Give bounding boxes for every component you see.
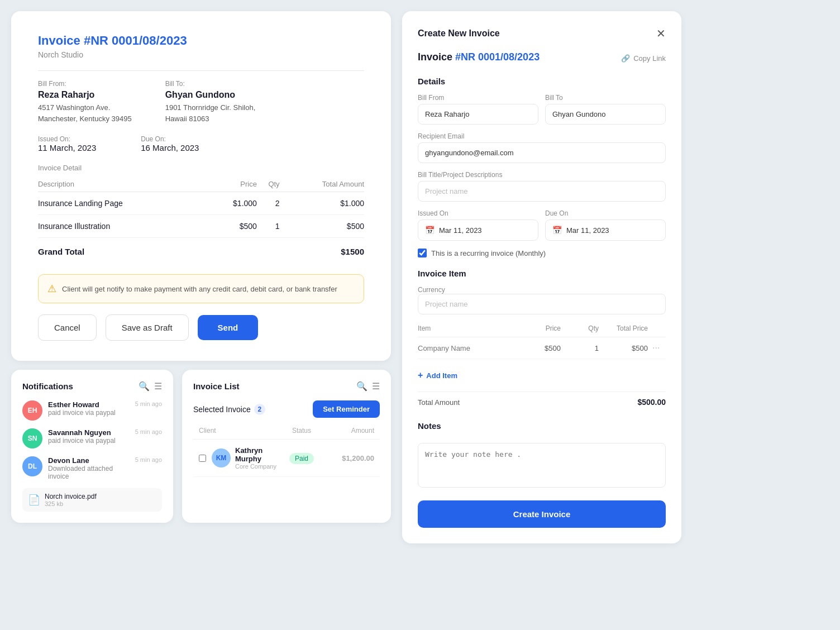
bill-to-input[interactable] [545, 104, 666, 125]
table-row: Insurance Illustration $500 1 $500 [38, 215, 364, 238]
row-checkbox[interactable] [199, 455, 206, 462]
table-row: Insurance Landing Page $1.000 2 $1.000 [38, 192, 364, 215]
selected-invoice-label: Selected Invoice 2 [193, 404, 265, 415]
bill-to-form-label: Bill To [545, 94, 666, 102]
item-name-input[interactable] [418, 344, 512, 352]
notifications-title: Notifications [22, 381, 73, 391]
bill-to-name: Ghyan Gundono [165, 90, 256, 100]
item-col-price: Price [516, 324, 561, 332]
issued-date-field[interactable] [439, 226, 531, 235]
bill-from-input[interactable] [418, 104, 538, 125]
send-button[interactable]: Send [198, 315, 259, 340]
grand-total-value: $1500 [280, 238, 364, 264]
panel-invoice-number: Invoice #NR 0001/08/2023 [418, 51, 540, 63]
add-item-icon: + [418, 370, 423, 380]
bill-from-addr2: Manchester, Kentucky 39495 [38, 113, 132, 125]
bill-title-input[interactable] [418, 181, 666, 202]
bill-to-label: Bill To: [165, 80, 256, 88]
invoice-list-header: Invoice List 🔍 ☰ [193, 381, 380, 392]
notif-action: paid invoice via paypal [48, 409, 130, 417]
currency-select[interactable]: Project name [418, 294, 666, 314]
item-total: $500 [280, 215, 364, 238]
due-on-value: 16 March, 2023 [141, 143, 199, 152]
client-name: Kathryn Murphy [235, 446, 279, 463]
col-total: Total Amount [280, 176, 364, 192]
amount-value: $1,200.00 [324, 454, 374, 462]
bill-title-group: Bill Title/Project Descriptions [418, 171, 666, 202]
item-options-button[interactable]: ··· [652, 343, 666, 353]
recurring-checkbox[interactable] [418, 249, 427, 257]
notifications-header: Notifications 🔍 ☰ [22, 381, 162, 392]
item-price: $500 [516, 344, 561, 352]
studio-name: Norch Studio [38, 50, 364, 59]
invoice-table: Description Price Qty Total Amount Insur… [38, 176, 364, 263]
item-total: $1.000 [280, 192, 364, 215]
invoice-item-row: $500 1 $500 ··· [418, 337, 666, 359]
set-reminder-button[interactable]: Set Reminder [313, 400, 380, 418]
item-qty: 2 [257, 192, 280, 215]
add-item-text: Add Item [426, 371, 457, 380]
copy-link-button[interactable]: 🔗 Copy Link [621, 54, 666, 63]
recurring-checkbox-row[interactable]: This is a recurring invoice (Monthly) [418, 249, 666, 257]
save-draft-button[interactable]: Save as Draft [106, 314, 189, 341]
issued-on-date-input[interactable]: 📅 [418, 219, 538, 241]
item-total: $500 [603, 344, 648, 352]
panel-title: Create New Invoice [418, 28, 500, 39]
invoice-title: Invoice #NR 0001/08/2023 [38, 34, 364, 48]
invoice-filter-icon-button[interactable]: ☰ [372, 381, 380, 392]
bill-from-form-label: Bill From [418, 94, 538, 102]
invoice-search-icon-button[interactable]: 🔍 [356, 381, 367, 392]
selected-invoice-row: Selected Invoice 2 Set Reminder [193, 400, 380, 418]
item-qty: 1 [257, 215, 280, 238]
due-on-label: Due On: [141, 135, 199, 143]
selected-badge: 2 [254, 404, 265, 415]
invoice-list-items: KM Kathryn Murphy Core Company Paid $1,2… [193, 440, 380, 477]
issued-on-group: Issued On: 11 March, 2023 [38, 135, 96, 152]
add-item-row[interactable]: + Add Item [418, 365, 512, 386]
cancel-button[interactable]: Cancel [38, 314, 97, 341]
invoice-list-card: Invoice List 🔍 ☰ Selected Invoice 2 Set … [182, 370, 391, 523]
recurring-label: This is a recurring invoice (Monthly) [431, 249, 546, 257]
total-amount-row-grid: + Add Item [418, 359, 666, 392]
notice-box: ⚠ Client will get notify to make payment… [38, 274, 364, 303]
close-panel-button[interactable]: ✕ [656, 27, 666, 40]
due-on-form-group: Due On 📅 [545, 209, 666, 241]
notice-text: Client will get notify to make payment w… [62, 285, 337, 293]
calendar-icon: 📅 [425, 226, 435, 235]
grand-total-label: Grand Total [38, 238, 209, 264]
action-buttons: Cancel Save as Draft Send [38, 314, 364, 341]
file-attachment: 📄 Norch invoice.pdf 325 kb [22, 488, 162, 512]
search-icon-button[interactable]: 🔍 [139, 381, 150, 392]
col-amount: Amount [324, 427, 374, 435]
create-invoice-button[interactable]: Create Invoice [418, 500, 666, 528]
col-price: Price [209, 176, 257, 192]
warning-icon: ⚠ [47, 283, 56, 295]
bill-row: Bill From: Reza Raharjo 4517 Washington … [38, 80, 364, 124]
recipient-email-label: Recipient Email [418, 132, 666, 140]
issued-on-form-label: Issued On [418, 209, 538, 217]
bill-from-section: Bill From: Reza Raharjo 4517 Washington … [38, 80, 132, 124]
notif-time: 5 min ago [135, 400, 162, 407]
bill-from-group: Bill From [418, 94, 538, 125]
avatar: SN [22, 428, 42, 448]
recipient-email-input[interactable] [418, 142, 666, 163]
file-size: 325 kb [45, 500, 97, 507]
issued-on-form-group: Issued On 📅 [418, 209, 538, 241]
notes-textarea[interactable] [418, 443, 666, 488]
invoice-list-table-header: Client Status Amount [193, 427, 380, 440]
item-col-qty: Qty [565, 324, 599, 332]
notif-time: 5 min ago [135, 456, 162, 463]
due-on-group: Due On: 16 March, 2023 [141, 135, 199, 152]
invoice-preview-card: Invoice #NR 0001/08/2023 Norch Studio Bi… [11, 11, 391, 361]
total-amount-value: $500.00 [637, 398, 666, 407]
total-amount-label: Total Amount [418, 398, 460, 407]
list-item: KM Kathryn Murphy Core Company Paid $1,2… [193, 440, 380, 477]
bill-to-group: Bill To [545, 94, 666, 125]
due-date-field[interactable] [566, 226, 658, 235]
due-on-date-input[interactable]: 📅 [545, 219, 666, 241]
filter-icon-button[interactable]: ☰ [154, 381, 162, 392]
notifications-card: Notifications 🔍 ☰ EH Esther Howard paid … [11, 370, 173, 523]
details-section-label: Details [418, 77, 666, 86]
status-badge: Paid [289, 453, 314, 464]
col-status: Status [279, 427, 324, 435]
